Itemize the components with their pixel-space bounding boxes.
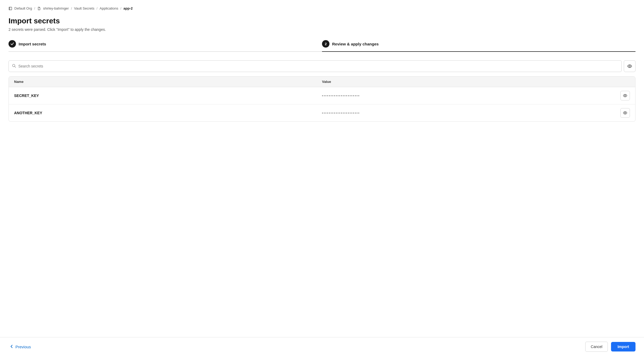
import-button[interactable]: Import	[611, 342, 635, 351]
search-input[interactable]	[18, 64, 618, 68]
svg-line-3	[15, 66, 16, 67]
secret-value-cell-1: ••••••••••••••••••••••	[322, 91, 630, 100]
breadcrumb-org[interactable]: Default Org	[9, 6, 32, 10]
chevron-left-icon	[10, 344, 14, 349]
breadcrumb-vault-secrets[interactable]: Vault Secrets	[74, 6, 94, 10]
breadcrumb-applications[interactable]: Applications	[100, 6, 118, 10]
secret-value-cell-2: ••••••••••••••••••••••	[322, 108, 630, 118]
search-container	[9, 60, 635, 72]
stepper: Import secrets 2 Review & apply changes	[9, 40, 635, 52]
svg-rect-0	[9, 7, 12, 10]
breadcrumb-project[interactable]: shirley-bahringer	[37, 6, 69, 10]
step-2-badge: 2	[322, 40, 329, 48]
reveal-secret-2-button[interactable]	[620, 108, 630, 118]
doc-icon	[37, 7, 41, 10]
secret-dots-1: ••••••••••••••••••••••	[322, 94, 360, 97]
secret-name-2: ANOTHER_KEY	[14, 111, 322, 115]
page-title: Import secrets	[9, 17, 635, 25]
reveal-secret-1-button[interactable]	[620, 91, 630, 100]
org-icon	[9, 7, 12, 10]
secrets-table: Name Value SECRET_KEY ••••••••••••••••••…	[9, 76, 635, 122]
footer: Previous Cancel Import	[0, 337, 644, 356]
page-subtitle: 2 secrets were parsed. Click "Import" to…	[9, 27, 635, 32]
search-icon	[12, 64, 16, 69]
step-2-label: Review & apply changes	[332, 42, 379, 46]
column-name: Name	[14, 80, 322, 84]
table-row: ANOTHER_KEY ••••••••••••••••••••••	[9, 104, 635, 121]
svg-point-4	[629, 65, 630, 67]
step-2: 2 Review & apply changes	[322, 40, 635, 52]
table-row: SECRET_KEY ••••••••••••••••••••••	[9, 87, 635, 104]
breadcrumb-app-2: app-2	[123, 6, 133, 10]
step-1-label: Import secrets	[19, 42, 46, 46]
search-input-wrapper	[9, 60, 622, 72]
svg-point-6	[625, 112, 626, 114]
step-1: Import secrets	[9, 40, 322, 52]
step-1-badge	[9, 40, 16, 48]
svg-point-5	[625, 95, 626, 96]
secret-name-1: SECRET_KEY	[14, 94, 322, 98]
column-value: Value	[322, 80, 630, 84]
cancel-button[interactable]: Cancel	[585, 342, 608, 352]
secret-dots-2: ••••••••••••••••••••••	[322, 112, 360, 115]
breadcrumb: Default Org / shirley-bahringer / Vault …	[9, 6, 635, 10]
table-header: Name Value	[9, 77, 635, 87]
previous-button[interactable]: Previous	[9, 342, 32, 351]
toggle-visibility-button[interactable]	[624, 60, 635, 72]
